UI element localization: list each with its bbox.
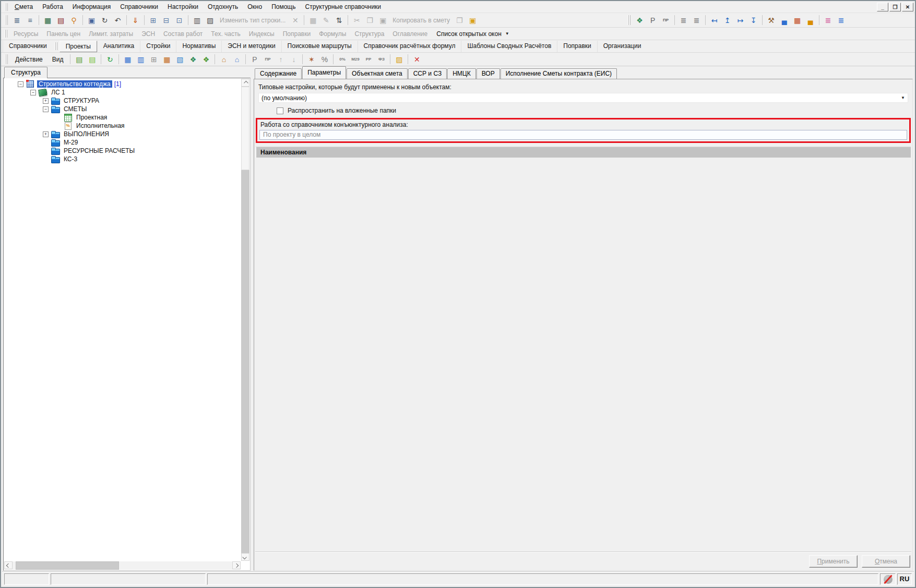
panel-toc[interactable]: Оглавление — [388, 30, 432, 38]
tree-settings-alt-icon[interactable]: ≣ — [691, 14, 703, 26]
restore-button[interactable]: ❐ — [889, 3, 901, 11]
add-child-position-icon[interactable]: ⊟ — [160, 14, 172, 26]
tree-report-icon[interactable]: ≣ — [11, 14, 23, 26]
tree-item[interactable]: + ВЫПОЛНЕНИЯ — [4, 130, 241, 138]
tab-vor[interactable]: ВОР — [477, 68, 500, 79]
cut-icon[interactable]: ✂ — [351, 14, 363, 26]
tab-object-estimate[interactable]: Объектная смета — [347, 68, 408, 79]
percent-zero-icon[interactable]: 0% — [336, 53, 348, 65]
edit-row-icon[interactable]: ✎ — [320, 14, 332, 26]
refresh-tree-icon[interactable]: ↻ — [104, 53, 116, 65]
panel-esn[interactable]: ЭСН — [137, 30, 159, 38]
fz-icon[interactable]: ФЗ — [375, 53, 387, 65]
menu-pomosch[interactable]: Помощь — [267, 2, 300, 11]
tab-search-routes[interactable]: Поисковые маршруты — [281, 41, 358, 52]
excel-export-icon[interactable]: ▦ — [42, 14, 54, 26]
expander-icon[interactable]: − — [30, 90, 36, 95]
tree-copy-icon[interactable]: ≡ — [24, 14, 36, 26]
contractor-icon[interactable]: ✶ — [305, 53, 317, 65]
search-icon[interactable]: ⚲ — [68, 14, 80, 26]
minimize-button[interactable]: _ — [877, 3, 888, 11]
language-indicator[interactable]: RU — [897, 573, 912, 585]
close-button[interactable]: ✕ — [902, 3, 913, 11]
undo-icon[interactable]: ↶ — [112, 14, 124, 26]
scrollbar-track[interactable] — [13, 561, 232, 570]
menu-strukturnye-spravochniki[interactable]: Структурные справочники — [300, 2, 386, 11]
menu-action[interactable]: Действие — [11, 53, 47, 65]
scroll-left-button[interactable] — [4, 561, 13, 569]
scroll-down-button[interactable] — [241, 553, 249, 561]
level-down-icon[interactable]: ↧ — [747, 14, 759, 26]
percent-settings-icon[interactable]: % — [318, 53, 330, 65]
project-pr-icon[interactable]: ПР — [261, 53, 273, 65]
refresh-icon[interactable]: ↻ — [99, 14, 111, 26]
new-object-icon[interactable]: ⌂ — [218, 53, 230, 65]
conjuncture-mode-field[interactable]: По проекту в целом — [259, 130, 907, 140]
tab-references[interactable]: Справочники — [3, 41, 53, 52]
add-comment-icon[interactable]: ⊡ — [173, 14, 185, 26]
new-estimate-icon[interactable]: ▦ — [161, 53, 173, 65]
pdf-export-icon[interactable]: ▤ — [55, 14, 67, 26]
apply-button[interactable]: Применить — [809, 555, 858, 568]
new-project-icon[interactable]: ▦ — [122, 53, 134, 65]
tab-analytics[interactable]: Аналитика — [97, 41, 140, 52]
tab-projects[interactable]: Проекты — [60, 41, 97, 52]
open-windows-button[interactable]: Список открытых окон ▼ — [432, 29, 514, 39]
scrollbar-thumb[interactable] — [16, 561, 119, 570]
scroll-up-button[interactable] — [241, 79, 249, 87]
folder-up-icon[interactable]: ▤ — [73, 53, 85, 65]
toolbar-grip[interactable] — [5, 30, 7, 38]
save-icon[interactable]: ▣ — [86, 14, 98, 26]
layers-blue-icon[interactable]: ≣ — [835, 14, 847, 26]
tree-item[interactable]: Проектная — [4, 113, 241, 122]
plumb-tool-icon[interactable]: ⚒ — [765, 14, 777, 26]
tab-eis[interactable]: Исполнение Сметы контракта (ЕИС) — [501, 68, 617, 79]
change-row-type-button[interactable]: Изменить тип строки... — [217, 14, 288, 26]
scrollbar-track[interactable] — [241, 87, 249, 553]
menu-rabota[interactable]: Работа — [38, 2, 68, 11]
tree-item[interactable]: − ЛС 1 — [4, 88, 241, 97]
propagate-checkbox[interactable] — [277, 107, 283, 114]
level-right-icon[interactable]: ↦ — [734, 14, 746, 26]
tab-structure[interactable]: Структура — [4, 67, 47, 78]
tab-ssr-templates[interactable]: Шаблоны Сводных Расчётов — [461, 41, 557, 52]
cancel-button[interactable]: Отмена — [862, 555, 910, 568]
tree-settings-icon[interactable]: ≣ — [677, 14, 689, 26]
move-down-icon[interactable]: ↓ — [288, 53, 300, 65]
new-pricebook-icon[interactable]: ❖ — [187, 53, 199, 65]
copy-icon[interactable]: ❐ — [364, 14, 376, 26]
paste-icon[interactable]: ▣ — [377, 14, 389, 26]
expander-icon[interactable]: − — [43, 106, 49, 112]
panel-tech-part[interactable]: Тех. часть — [207, 30, 244, 38]
menu-informaciya[interactable]: Информация — [68, 2, 115, 11]
tab-formula-reference[interactable]: Справочник расчётных формул — [358, 41, 461, 52]
panel-price-panel[interactable]: Панель цен — [42, 30, 85, 38]
document-p-icon[interactable]: Р — [647, 14, 659, 26]
tree-item[interactable]: РЕСУРСНЫЕ РАСЧЕТЫ — [4, 147, 241, 155]
tab-esn-methods[interactable]: ЭСН и методики — [221, 41, 281, 52]
update-position-icon[interactable]: ⇓ — [129, 14, 141, 26]
level-up-icon[interactable]: ↥ — [721, 14, 733, 26]
menu-view[interactable]: Вид — [48, 53, 68, 65]
m29-icon[interactable]: М29 — [349, 53, 361, 65]
tree-item[interactable]: + СТРУКТУРА — [4, 97, 241, 105]
tree-item[interactable]: − Строительство коттеджа [1] — [4, 80, 241, 88]
tab-corrections[interactable]: Поправки — [557, 41, 597, 52]
new-folder-icon[interactable]: ▨ — [393, 53, 405, 65]
expander-icon[interactable]: + — [43, 131, 49, 137]
tab-standards[interactable]: Нормативы — [176, 41, 221, 52]
panel-limit-costs[interactable]: Лимит. затраты — [85, 30, 137, 38]
toolbar-grip[interactable] — [55, 42, 57, 50]
scrollbar-thumb[interactable] — [241, 87, 249, 170]
chevron-down-icon[interactable]: ▼ — [901, 95, 905, 100]
panel-formulas[interactable]: Формулы — [315, 30, 350, 38]
menu-nastroyki[interactable]: Настройки — [163, 2, 203, 11]
calculator-icon[interactable]: ▦ — [307, 14, 319, 26]
tree-item[interactable]: КС-3 — [4, 155, 241, 163]
folder-collapse-icon[interactable]: ▤ — [86, 53, 98, 65]
tab-nmck[interactable]: НМЦК — [447, 68, 476, 79]
toolbar-grip[interactable] — [628, 15, 631, 25]
move-up-icon[interactable]: ↑ — [275, 53, 287, 65]
menu-spravochniki[interactable]: Справочники — [115, 2, 163, 11]
tab-parameters[interactable]: Параметры — [302, 66, 346, 79]
